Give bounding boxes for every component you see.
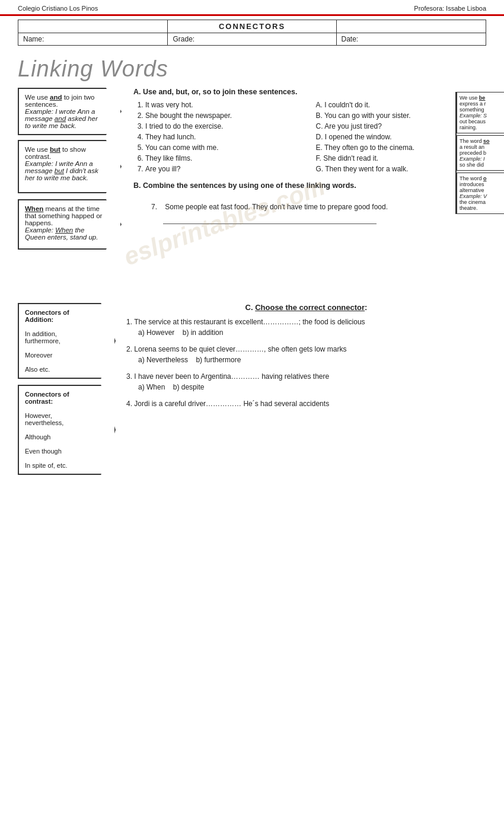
list-item: Are you ill? <box>145 165 304 173</box>
list-item: I tried to do the exercise. <box>145 122 304 130</box>
list-item: You can come with me. <box>145 143 304 152</box>
question-4: 4. Jordi is a careful driver…………… He´s h… <box>126 400 486 408</box>
box-when: When means at the time that something ha… <box>18 199 122 250</box>
teacher-name: Profesora: Issabe Lisboa <box>414 5 486 12</box>
addition-title: Connectors of Addition: <box>25 309 69 323</box>
list-item: It was very hot. <box>145 101 304 109</box>
list-item: She bought the newspaper. <box>145 111 304 120</box>
section-c-title: C. Choose the correct connector: <box>126 303 486 312</box>
grade-label: Grade: <box>168 33 336 46</box>
keyword-but: but <box>50 146 60 153</box>
keyword-and: and <box>50 94 62 101</box>
page-header: Colegio Cristiano Los Pinos Profesora: I… <box>0 0 504 16</box>
question-3: 3. I have never been to Argentina………… ha… <box>126 372 486 391</box>
page-title: Linking Words <box>18 56 486 82</box>
school-name: Colegio Cristiano Los Pinos <box>18 5 98 12</box>
info-table: CONNECTORS Name: Grade: Date: <box>18 20 486 46</box>
box-but: We use but to show contrast. Example: I … <box>18 140 122 193</box>
q2-options: a) Nevertheless b) furthermore <box>138 356 486 364</box>
section-c-questions: C. Choose the correct connector: 1. The … <box>126 303 486 416</box>
sentence-columns: It was very hot. She bought the newspape… <box>133 101 486 175</box>
section-a-title: A. Use and, but, or, so to join these se… <box>133 88 486 96</box>
q1-options: a) However b) in addition <box>138 328 486 337</box>
keyword-when: When <box>25 205 43 212</box>
date-label: Date: <box>336 33 486 46</box>
name-label: Name: <box>18 33 168 46</box>
section-b-title: B. Combine the sentences by using one of… <box>133 181 486 190</box>
section-a-content: A. Use and, but, or, so to join these se… <box>133 88 486 193</box>
main-content: We use and to join two sentences. Exampl… <box>0 88 504 475</box>
connector-addition-box: Connectors of Addition: In addition, fur… <box>18 303 116 379</box>
section-c-row: Connectors of Addition: In addition, fur… <box>18 303 486 475</box>
section-b-item7: 7. Some people eat fast food. They don't… <box>151 203 486 211</box>
section-c: Connectors of Addition: In addition, fur… <box>18 303 486 475</box>
q3-options: a) When b) despite <box>138 383 486 391</box>
spacer <box>18 256 486 285</box>
numbered-sentences: It was very hot. She bought the newspape… <box>133 101 304 175</box>
answer-line-b7 <box>163 216 377 224</box>
right-box-or: The word o introduces alternative Exampl… <box>457 173 504 214</box>
list-item: They like films. <box>145 154 304 162</box>
question-1: 1. The service at this restaurant is exc… <box>126 318 486 337</box>
list-item: They had lunch. <box>145 133 304 141</box>
section-b-items: 7. Some people eat fast food. They don't… <box>133 203 486 224</box>
table-title: CONNECTORS <box>168 20 336 33</box>
section-b-row: When means at the time that something ha… <box>18 199 486 250</box>
right-box-because: We use be express a r something Example:… <box>457 92 504 133</box>
section-a-row: We use and to join two sentences. Exampl… <box>18 88 486 193</box>
contrast-title: Connectors of contrast: <box>25 391 69 405</box>
connector-contrast-box: Connectors of contrast: However, neverth… <box>18 385 116 475</box>
right-box-so: The word so a result an preceded b Examp… <box>457 135 504 171</box>
box-and: We use and to join two sentences. Exampl… <box>18 88 122 135</box>
question-2: 2. Lorena seems to be quiet clever…………, … <box>126 345 486 364</box>
